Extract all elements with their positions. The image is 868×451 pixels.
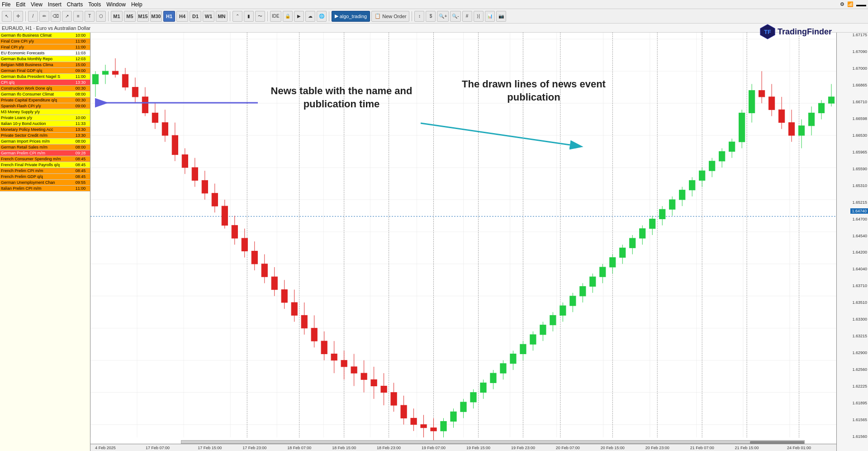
new-order-btn[interactable]: 📋 New Order [371,11,409,22]
price-label-24: 1.61560 [852,434,867,439]
svg-rect-45 [92,74,98,84]
fib-tool[interactable]: ≡ [73,11,83,22]
line-tool[interactable]: / [28,11,38,22]
play-triangle: ▶ [335,13,338,19]
svg-rect-159 [659,209,665,219]
tf-m15[interactable]: M15 [137,11,149,22]
crosshair-tool[interactable]: ✛ [13,11,23,22]
chart-type-line[interactable]: 〜 [255,11,265,22]
menu-tools[interactable]: Tools [88,1,101,8]
chart-container: German Ifo Business Climat10:00Final Cor… [0,33,868,451]
chart-type-candle[interactable]: ▮ [244,11,254,22]
news-row-24: French Prelim GDP q/q08:45 [0,174,90,180]
tf-h4[interactable]: H4 [176,11,188,22]
cloud-btn[interactable]: ☁ [305,11,315,22]
price-label-3: 1.66865 [852,83,867,87]
tf-w1[interactable]: W1 [203,11,214,22]
svg-rect-145 [590,277,596,286]
signal-icon: 📶 [847,1,854,7]
svg-rect-133 [530,335,536,344]
tf-mn[interactable]: MN [216,11,228,22]
menu-window[interactable]: Window [106,1,126,8]
news-name-9: Construction Work Done q/q [0,86,71,91]
svg-rect-155 [640,229,645,238]
svg-rect-117 [451,412,456,421]
news-row-6: German Final GDP q/q09:00 [0,68,90,74]
tradingfinder-logo-text: TradingFinder [778,27,832,37]
svg-rect-103 [381,386,387,392]
news-time-6: 09:00 [71,68,90,73]
svg-rect-169 [709,161,715,171]
price-label-6: 1.66530 [852,133,867,138]
time-label-9: 19 Feb 23:00 [511,446,535,450]
svg-rect-51 [122,74,128,87]
price-label-20: 1.62560 [852,367,867,372]
text-tool[interactable]: T [85,11,95,22]
shapes-tool[interactable]: ⬡ [96,11,106,22]
zoom-in-btn[interactable]: 🔍+ [437,11,449,22]
svg-rect-65 [192,168,198,180]
menu-charts[interactable]: Charts [67,1,83,8]
menu-view[interactable]: View [31,1,43,8]
tf-m1[interactable]: M1 [111,11,123,22]
chart-type-bar[interactable]: ⌃ [232,11,242,22]
svg-rect-119 [460,402,466,412]
autoscroll-btn[interactable]: ⟩| [474,11,484,22]
bottom-scrollbar[interactable] [181,440,805,444]
svg-rect-57 [152,113,158,122]
lock-btn[interactable]: 🔒 [283,11,293,22]
tf-m5[interactable]: M5 [124,11,136,22]
eraser-tool[interactable]: ⌫ [51,11,61,22]
svg-rect-71 [222,206,228,226]
news-time-15: 11:33 [71,121,90,126]
menu-help[interactable]: Help [131,1,142,8]
svg-rect-125 [490,373,496,383]
menu-insert[interactable]: Insert [48,1,62,8]
symbol-bar: EURAUD, H1 · Euro vs Australian Dollar [0,24,868,33]
news-time-25: 09:55 [71,180,90,185]
algo-trading-btn[interactable]: ▶ algo_trading [332,11,370,22]
grid-btn[interactable]: # [462,11,472,22]
indicators-btn[interactable]: 📊 [485,11,495,22]
price-label-8: 1.65590 [852,167,867,171]
svg-rect-121 [470,393,476,402]
ide-btn[interactable]: IDE [270,11,281,22]
price-label-1: 1.67090 [852,49,867,54]
chart-area[interactable]: News table with the name and publication… [90,33,836,451]
menu-file[interactable]: File [2,1,10,8]
news-name-16: Monetary Policy Meeting Acc [0,127,71,132]
screenshot-btn[interactable]: 📷 [496,11,506,22]
svg-rect-107 [401,405,407,418]
price-btn[interactable]: $ [426,11,436,22]
svg-rect-61 [172,135,178,155]
current-price-label: 1.64740 [850,208,868,214]
svg-rect-113 [431,428,436,431]
price-label-13: 1.64200 [852,250,867,254]
news-time-5: 15:00 [71,62,90,67]
zoom-out-btn[interactable]: 🔍- [450,11,460,22]
scrollbar-thumb[interactable] [750,441,804,444]
trend-tool[interactable]: ↗ [62,11,72,22]
news-name-1: Final Core CPI y/y [0,39,71,43]
svg-rect-97 [351,367,357,373]
arrows-btn[interactable]: ↕ [414,11,424,22]
tf-h1[interactable]: H1 [163,11,175,22]
news-row-3: EU Economic Forecasts11:03 [0,50,90,56]
news-name-12: Spanish Flash CPI y/y [0,104,71,108]
news-time-9: 00:30 [71,86,90,91]
globe-btn[interactable]: 🌐 [317,11,327,22]
price-label-23: 1.61565 [852,417,867,422]
tf-m30[interactable]: M30 [150,11,162,22]
tf-d1[interactable]: D1 [190,11,201,22]
pencil-tool[interactable]: ✏ [39,11,49,22]
algo-trading-label: algo_trading [340,14,367,19]
news-row-2: Final CPI y/y11:00 [0,44,90,50]
cursor-tool[interactable]: ↖ [2,11,12,22]
svg-rect-175 [739,113,745,142]
price-label-4: 1.66710 [852,100,867,104]
menu-edit[interactable]: Edit [16,1,25,8]
svg-rect-63 [182,155,188,168]
price-label-14: 1.64040 [852,267,867,271]
svg-rect-59 [162,123,168,135]
play-btn[interactable]: ▶ [294,11,304,22]
